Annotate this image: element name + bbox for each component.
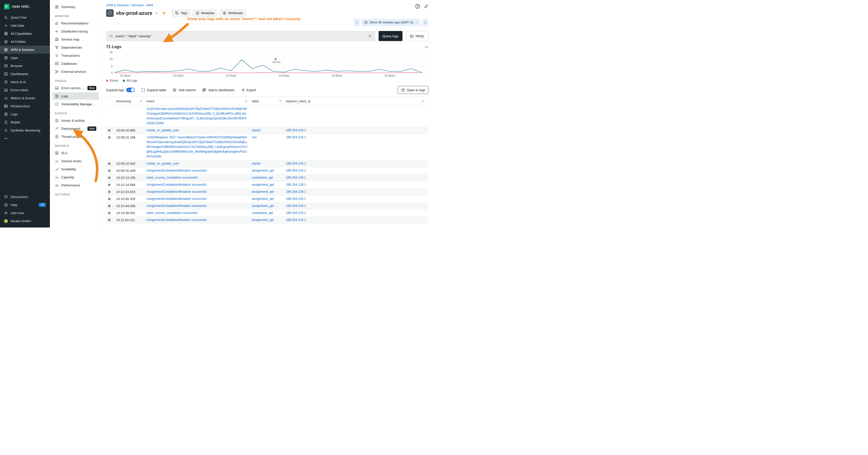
sidebar-item-mobile[interactable]: Mobile xyxy=(0,118,50,126)
expand-logs-toggle[interactable] xyxy=(126,88,135,92)
column-header-label[interactable]: label xyxy=(252,99,286,103)
ip-link[interactable]: 169.254.129.1 xyxy=(286,218,306,222)
subnav-item-dependencies[interactable]: Dependencies xyxy=(53,43,99,51)
favorite-star-icon[interactable]: ★ xyxy=(162,10,166,16)
event-link[interactable]: create_or_update_user xyxy=(147,162,179,165)
subnav-item-sla[interactable]: SLA xyxy=(53,149,99,157)
sidebar-item-more[interactable] xyxy=(0,134,50,142)
log-search-box[interactable] xyxy=(106,31,375,41)
sidebar-item-apps[interactable]: Apps xyxy=(0,54,50,62)
table-row[interactable]: 10:09:31.439AssignmentCompletionMutation… xyxy=(106,167,429,174)
row-checkbox[interactable] xyxy=(108,129,111,131)
table-row[interactable]: 10:11:00.311AssignmentCompletionMutation… xyxy=(106,217,429,224)
row-checkbox[interactable] xyxy=(108,205,111,207)
subnav-item-summary[interactable]: Summary xyxy=(53,3,99,10)
table-row[interactable]: 10:10:14.094AssignmentCompletionMutation… xyxy=(106,182,429,189)
sidebar-item-all-capabilities[interactable]: All Capabilities xyxy=(0,30,50,37)
row-checkbox[interactable] xyxy=(108,191,111,193)
label-link[interactable]: assignment_api xyxy=(252,169,274,172)
sidebar-item-all-entities[interactable]: All Entities xyxy=(0,37,50,45)
event-link[interactable]: JUQVU&code=eyJraWQiOiJjcGltY29yZV8wOTl1M… xyxy=(147,107,247,125)
table-row[interactable]: 10:10:35.305AssignmentCompletionMutation… xyxy=(106,195,429,202)
tags-button[interactable]: Tags xyxy=(172,9,190,17)
expand-table-button[interactable]: Expand table xyxy=(142,88,166,92)
event-link[interactable]: AssignmentCompletionMutation successful xyxy=(147,169,207,172)
event-link[interactable]: AssignmentCompletionMutation successful xyxy=(147,190,207,194)
label-link[interactable]: assignment_api xyxy=(252,218,274,222)
ip-link[interactable]: 169.254.129.1 xyxy=(286,135,306,139)
subnav-item-external-services[interactable]: External services xyxy=(53,68,99,75)
time-back-button[interactable] xyxy=(353,19,360,26)
column-header-timestamp[interactable]: timestamp xyxy=(116,99,147,103)
subnav-item-performance[interactable]: Performance xyxy=(53,182,99,189)
clear-query-icon[interactable] xyxy=(368,34,372,38)
sidebar-item-dashboards[interactable]: Dashboards xyxy=(0,70,50,78)
brand[interactable]: new relic. xyxy=(0,0,50,13)
sidebar-item-iterativ-gmbh[interactable]: Iterativ GmbH xyxy=(0,217,50,225)
row-checkbox[interactable] xyxy=(108,169,111,172)
remove-column-icon[interactable] xyxy=(422,99,425,102)
event-link[interactable]: create_or_update_user xyxy=(147,129,179,132)
subnav-item-errors-errors-inb[interactable]: Errors (errors inb...New xyxy=(53,84,99,92)
open-in-logs-button[interactable]: Open in logs xyxy=(398,86,429,94)
label-link[interactable]: assignment_api xyxy=(252,197,274,200)
subnav-item-capacity[interactable]: Capacity xyxy=(53,173,99,181)
chevron-down-icon[interactable] xyxy=(155,11,158,15)
permalink-icon[interactable] xyxy=(424,4,429,8)
export-button[interactable]: Export xyxy=(241,88,256,92)
table-row[interactable]: 10:10:49.051mark_course_completion succe… xyxy=(106,209,429,217)
event-link[interactable]: AssignmentCompletionMutation successful xyxy=(147,204,207,207)
ip-link[interactable]: 169.254.129.1 xyxy=(286,204,306,207)
subnav-item-distributed-tracing[interactable]: Distributed tracing xyxy=(53,28,99,35)
table-row[interactable]: 10:09:22.540create_or_update_userimport1… xyxy=(106,160,429,167)
expand-logs-control[interactable]: Expand logs xyxy=(106,88,135,92)
row-checkbox[interactable] xyxy=(108,212,111,214)
subnav-item-vulnerability-management[interactable]: Vulnerability Management xyxy=(53,100,99,108)
more-options-icon[interactable] xyxy=(425,45,429,49)
sidebar-item-logs[interactable]: Logs xyxy=(0,110,50,118)
table-row[interactable]: 10:09:22.196<ASGIRequest: GET '/sso/call… xyxy=(106,134,429,160)
subnav-item-service-map[interactable]: Service map xyxy=(53,35,99,43)
add-to-dashboard-button[interactable]: Add to dashboard xyxy=(203,88,234,92)
sidebar-item-errors-inbox[interactable]: Errors Inbox xyxy=(0,86,50,94)
event-link[interactable]: AssignmentCompletionMutation successful xyxy=(147,183,207,187)
column-header-event[interactable]: event xyxy=(147,99,252,103)
row-checkbox[interactable] xyxy=(108,176,111,179)
label-link[interactable]: assignment_api xyxy=(252,190,274,194)
label-link[interactable]: assignment_api xyxy=(252,183,274,187)
subnav-item-logs[interactable]: Logs xyxy=(53,92,99,100)
legend-item-errors[interactable]: Errors xyxy=(106,79,118,83)
metadata-button[interactable]: Metadata xyxy=(192,9,217,17)
ip-link[interactable]: 169.254.129.1 xyxy=(286,176,306,180)
label-link[interactable]: import xyxy=(252,129,260,132)
column-header-request-client-ip[interactable]: request_client_ip xyxy=(286,99,429,103)
remove-column-icon[interactable] xyxy=(245,99,248,102)
breadcrumb-link-services-apm[interactable]: Services - APM xyxy=(131,3,153,7)
help-icon[interactable] xyxy=(415,3,421,9)
ip-link[interactable]: 169.254.129.1 xyxy=(286,183,306,187)
subnav-item-transactions[interactable]: Transactions xyxy=(53,52,99,59)
label-link[interactable]: import xyxy=(252,162,260,165)
label-link[interactable]: completion_api xyxy=(252,211,273,215)
sidebar-item-alerts-ai[interactable]: Alerts & AI xyxy=(0,78,50,86)
ip-link[interactable]: 169.254.129.1 xyxy=(286,162,306,165)
event-link[interactable]: AssignmentCompletionMutation successful xyxy=(147,197,207,200)
event-link[interactable]: mark_course_completion successful xyxy=(147,176,197,180)
subnav-item-issues-activity[interactable]: Issues & activity xyxy=(53,117,99,124)
table-row[interactable]: 10:09:20.895create_or_update_userimport1… xyxy=(106,127,429,134)
ip-link[interactable]: 169.254.129.1 xyxy=(286,129,306,132)
ip-link[interactable]: 169.254.129.1 xyxy=(286,211,306,215)
workloads-button[interactable]: Workloads xyxy=(219,9,246,17)
subnav-item-service-levels[interactable]: Service levels xyxy=(53,157,99,165)
sidebar-item-help[interactable]: Help70 xyxy=(0,201,50,209)
query-logs-button[interactable]: Query logs xyxy=(378,31,403,41)
nrql-button[interactable]: NRQL xyxy=(406,31,429,41)
row-checkbox[interactable] xyxy=(108,184,111,186)
time-forward-button[interactable] xyxy=(422,19,429,26)
row-checkbox[interactable] xyxy=(108,219,111,221)
row-checkbox[interactable] xyxy=(108,162,111,165)
table-row[interactable]: 10:10:13.235mark_course_completion succe… xyxy=(106,174,429,182)
event-link[interactable]: <ASGIRequest: GET '/sso/callback/?state=… xyxy=(147,135,247,158)
event-link[interactable]: AssignmentCompletionMutation successful xyxy=(147,218,207,222)
sidebar-item-metrics-events[interactable]: Metrics & Events xyxy=(0,94,50,102)
